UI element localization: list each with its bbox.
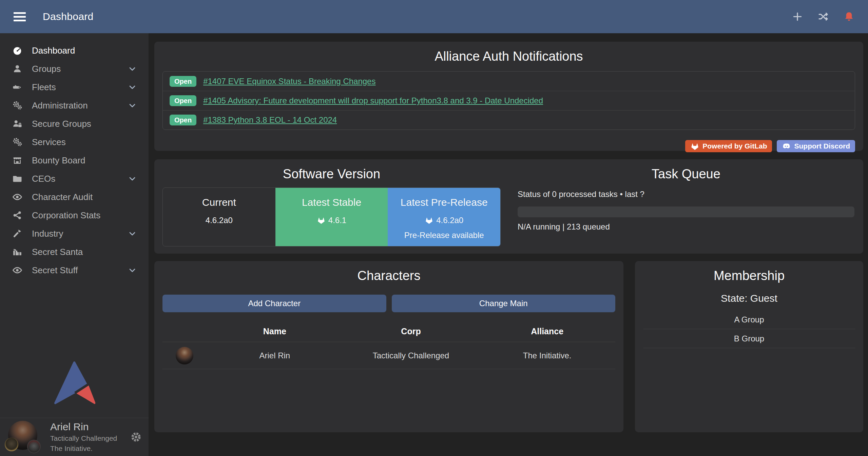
list-item: Open #1405 Advisory: Future development …: [163, 91, 855, 110]
eye-icon: [12, 192, 23, 202]
sidebar-item-label: Secret Santa: [32, 247, 83, 257]
shuttle-icon: [12, 82, 23, 92]
notification-link[interactable]: #1383 Python 3.8 EOL - 14 Oct 2024: [203, 115, 337, 125]
characters-table: Name Corp Alliance Ariel Rin Tactically …: [162, 321, 615, 369]
header-name: Name: [207, 326, 343, 336]
notifications-list: Open #1407 EVE Equinox Status - Breaking…: [162, 71, 855, 130]
list-item: B Group: [643, 329, 855, 348]
gears-icon: [12, 100, 23, 111]
alliance-auth-logo: [53, 361, 95, 404]
sidebar-item-label: Industry: [32, 229, 63, 239]
user-lock-icon: [12, 119, 23, 129]
header-corp: Corp: [343, 326, 479, 336]
gears-icon: [12, 137, 23, 147]
characters-title: Characters: [154, 269, 623, 283]
character-portrait: [176, 347, 193, 364]
sidebar-item-corporation-stats[interactable]: Corporation Stats: [0, 206, 149, 224]
top-navbar: Dashboard: [0, 0, 868, 33]
sidebar-item-label: Secure Groups: [32, 119, 91, 129]
sidebar-item-groups[interactable]: Groups: [0, 60, 149, 78]
chevron-down-icon: [128, 265, 137, 275]
sidebar-item-services[interactable]: Services: [0, 133, 149, 151]
version-stable-box: Latest Stable 4.6.1: [275, 188, 388, 246]
sidebar-item-label: CEOs: [32, 174, 55, 184]
notification-link[interactable]: #1405 Advisory: Future development will …: [203, 96, 543, 105]
list-item: Open #1383 Python 3.8 EOL - 14 Oct 2024: [163, 110, 855, 130]
membership-state: State: Guest: [635, 293, 863, 304]
membership-panel: Membership State: Guest A Group B Group: [635, 261, 863, 432]
add-character-button[interactable]: Add Character: [162, 295, 386, 312]
table-header-row: Name Corp Alliance: [162, 321, 615, 342]
alliance-logo-badge: [27, 440, 41, 453]
gear-icon[interactable]: [130, 431, 142, 443]
chevron-down-icon: [128, 174, 137, 183]
page-title: Dashboard: [43, 11, 93, 22]
software-version-title: Software Version: [154, 167, 509, 181]
status-badge: Open: [170, 95, 196, 106]
sidebar-item-secret-stuff[interactable]: Secret Stuff: [0, 261, 149, 279]
support-discord-badge[interactable]: Support Discord: [777, 140, 855, 152]
task-queue-line: N/A running | 213 queued: [518, 222, 854, 232]
sidebar: Dashboard Groups Fleets Administra: [0, 33, 149, 456]
avatar: [7, 420, 44, 454]
gauge-icon: [12, 45, 23, 56]
user-name: Ariel Rin: [50, 420, 117, 433]
change-main-button[interactable]: Change Main: [392, 295, 616, 312]
user-icon: [12, 64, 23, 74]
plus-icon[interactable]: [792, 11, 803, 22]
membership-groups-list: A Group B Group: [643, 310, 855, 348]
software-version-section: Software Version Current 4.6.2a0 Latest …: [154, 167, 509, 254]
task-queue-section: Task Queue Status of 0 processed tasks •…: [509, 167, 863, 254]
membership-title: Membership: [635, 269, 863, 283]
gitlab-icon: [690, 142, 699, 151]
sidebar-item-label: Fleets: [32, 82, 56, 93]
sidebar-item-label: Services: [32, 137, 66, 147]
sidebar-item-label: Bounty Board: [32, 155, 85, 166]
task-status-line: Status of 0 processed tasks • last ?: [518, 190, 854, 199]
notifications-title: Alliance Auth Notifications: [154, 49, 863, 64]
list-item: A Group: [643, 310, 855, 329]
software-and-tasks-panel: Software Version Current 4.6.2a0 Latest …: [154, 159, 863, 254]
gifts-icon: [12, 247, 23, 257]
sidebar-item-character-audit[interactable]: Character Audit: [0, 188, 149, 206]
badge-label: Powered by GitLab: [702, 142, 767, 150]
user-corp: Tactically Challenged: [50, 433, 117, 443]
version-label: Latest Pre-Release: [388, 197, 500, 208]
folder-icon: [12, 174, 23, 184]
sidebar-item-dashboard[interactable]: Dashboard: [0, 41, 149, 60]
sidebar-item-industry[interactable]: Industry: [0, 224, 149, 243]
sidebar-item-ceos[interactable]: CEOs: [0, 170, 149, 188]
sidebar-item-label: Secret Stuff: [32, 265, 78, 276]
discord-icon: [782, 142, 791, 151]
task-progress-bar: [518, 206, 854, 217]
chevron-down-icon: [128, 64, 137, 74]
chevron-down-icon: [128, 82, 137, 92]
version-label: Latest Stable: [275, 197, 388, 208]
header-alliance: Alliance: [479, 326, 615, 336]
cell-corp: Tactically Challenged: [343, 351, 479, 360]
sidebar-item-label: Groups: [32, 64, 61, 74]
user-profile: Ariel Rin Tactically Challenged The Init…: [0, 418, 149, 456]
version-prerelease-box: Latest Pre-Release 4.6.2a0 Pre-Release a…: [388, 188, 500, 246]
version-value: 4.6.2a0: [206, 216, 233, 225]
sidebar-item-secure-groups[interactable]: Secure Groups: [0, 115, 149, 133]
sidebar-item-bounty-board[interactable]: Bounty Board: [0, 151, 149, 170]
task-queue-title: Task Queue: [509, 167, 863, 181]
gitlab-icon: [425, 216, 433, 225]
sidebar-item-label: Dashboard: [32, 45, 75, 56]
hamburger-menu-icon[interactable]: [14, 10, 26, 23]
gitlab-icon: [317, 216, 326, 225]
shuffle-icon[interactable]: [818, 11, 829, 22]
sidebar-item-secret-santa[interactable]: Secret Santa: [0, 243, 149, 261]
notification-link[interactable]: #1407 EVE Equinox Status - Breaking Chan…: [203, 77, 375, 86]
sidebar-item-label: Character Audit: [32, 192, 93, 202]
table-row: Ariel Rin Tactically Challenged The Init…: [162, 342, 615, 369]
bell-icon[interactable]: [844, 11, 854, 22]
sidebar-item-administration[interactable]: Administration: [0, 96, 149, 115]
sidebar-item-label: Administration: [32, 100, 88, 111]
sidebar-item-fleets[interactable]: Fleets: [0, 78, 149, 96]
powered-by-gitlab-badge[interactable]: Powered by GitLab: [685, 140, 772, 152]
version-value: 4.6.1: [328, 216, 346, 225]
sidebar-item-label: Corporation Stats: [32, 210, 100, 221]
status-badge: Open: [170, 76, 196, 87]
